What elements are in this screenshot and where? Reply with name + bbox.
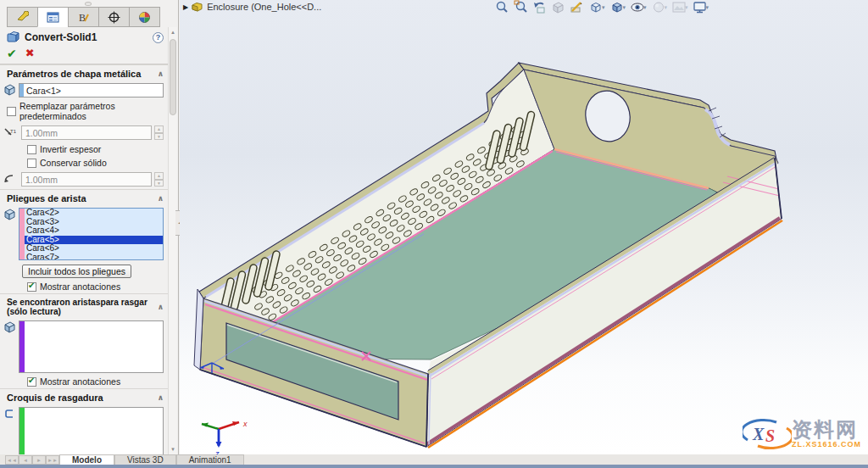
watermark-title: 资料网 — [792, 420, 861, 441]
keep-body-checkbox-row[interactable]: Conservar sólido — [20, 156, 169, 170]
graphics-area[interactable]: ▶ Enclosure (One_Hole<<D... ▾ ▾ ▾ — [180, 0, 868, 455]
bend-face-item[interactable]: Cara<2> — [25, 209, 163, 218]
status-bar — [0, 465, 868, 468]
bend-face-item[interactable]: Cara<6> — [25, 244, 163, 254]
panel-splitter-grip[interactable] — [85, 2, 92, 6]
chevron-up-icon: ∧ — [158, 70, 164, 78]
wrench-icon — [16, 11, 29, 24]
tab-configurationmanager[interactable]: B — [68, 7, 99, 27]
watermark: X S 资料网 ZL.XS1616.COM — [743, 416, 861, 452]
first-tab-icon[interactable]: ◄◄ — [5, 455, 19, 465]
replace-defaults-checkbox-row[interactable]: Reemplazar parámetros predeterminados — [0, 99, 169, 123]
rip-edges-items — [25, 321, 163, 372]
target-icon — [108, 11, 120, 24]
help-icon[interactable]: ? — [153, 32, 164, 43]
watermark-url: ZL.XS1616.COM — [792, 441, 861, 448]
property-manager-panel: B Convert-Solid1 ? ✔ ✖ Parámetros de — [0, 0, 179, 455]
tab-displaymanager[interactable] — [129, 7, 160, 27]
document-tab-bar: ◄◄ ◄ ► ►► Modelo Vistas 3D Animation1 — [0, 454, 868, 465]
group-sheet-metal-header[interactable]: Parámetros de chapa metálica ∧ — [0, 64, 169, 81]
rip-sketches-list[interactable] — [19, 407, 164, 460]
group-rip-edges-header[interactable]: Se encontraron aristaspara rasgar (sólo … — [0, 293, 169, 319]
display-sphere-icon — [138, 11, 151, 24]
property-list-icon — [47, 11, 59, 24]
thickness-input[interactable]: 1.00mm — [21, 125, 152, 140]
property-manager-body: Convert-Solid1 ? ✔ ✖ Parámetros de chapa… — [0, 27, 169, 455]
tab-dimxpertmanager[interactable] — [98, 7, 130, 27]
svg-text:S: S — [765, 426, 775, 445]
show-annotations-checkbox-row[interactable]: Mostrar anotaciones — [20, 280, 169, 293]
chevron-up-icon: ∧ — [158, 194, 164, 203]
tab-vistas-3d[interactable]: Vistas 3D — [114, 454, 176, 465]
edge-cube-icon — [3, 208, 19, 222]
cancel-button[interactable]: ✖ — [25, 47, 35, 60]
edge-bends-items: Cara<2>Cara<3>Cara<4>Cara<5>Cara<6>Cara<… — [25, 209, 163, 259]
configuration-icon: B — [77, 11, 90, 24]
scroll-down-icon[interactable]: ▾ — [169, 446, 177, 453]
ok-button[interactable]: ✔ — [7, 47, 17, 60]
tab-propertymanager-tools[interactable] — [7, 7, 38, 27]
face-cube-icon — [3, 83, 19, 98]
collect-all-bends-button[interactable]: Incluir todos los pliegues — [22, 265, 131, 278]
rip-sketches-items — [25, 408, 163, 459]
bend-face-item[interactable]: Cara<7> — [25, 254, 163, 261]
tab-nav-buttons: ◄◄ ◄ ► ►► — [5, 455, 59, 465]
edge-bends-list[interactable]: Cara<2>Cara<3>Cara<4>Cara<5>Cara<6>Cara<… — [19, 208, 164, 260]
svg-text:X: X — [752, 425, 765, 443]
triad-x-label: x — [242, 420, 248, 428]
next-tab-icon[interactable]: ► — [32, 455, 46, 465]
chevron-up-icon: ∧ — [158, 303, 164, 311]
rip-edges-list[interactable] — [19, 320, 164, 373]
tab-propertymanager[interactable] — [37, 7, 69, 27]
prev-tab-icon[interactable]: ◄ — [19, 455, 32, 465]
thickness-icon: T1 — [3, 125, 19, 140]
watermark-logo: X S — [743, 416, 792, 452]
rip-sketch-icon — [3, 407, 19, 421]
feature-icon — [7, 31, 20, 43]
bend-face-item[interactable]: Cara<4> — [25, 226, 163, 236]
last-tab-icon[interactable]: ►► — [46, 455, 59, 465]
group-edge-bends-header[interactable]: Pliegues de arista ∧ — [0, 189, 169, 206]
checkbox-checked[interactable] — [27, 282, 36, 292]
thickness-stepper[interactable]: ▲▼ — [154, 125, 164, 140]
svg-text:T1: T1 — [10, 129, 16, 134]
scroll-up-icon[interactable]: ▴ — [169, 29, 177, 36]
chevron-up-icon: ∧ — [158, 393, 164, 402]
tab-modelo[interactable]: Modelo — [59, 454, 114, 465]
invert-thickness-checkbox-row[interactable]: Invertir espesor — [20, 142, 169, 156]
scrollbar-thumb[interactable] — [170, 39, 176, 115]
checkbox-unchecked[interactable] — [27, 159, 36, 168]
rip-edge-cube-icon — [3, 320, 19, 335]
checkbox-unchecked[interactable] — [7, 107, 16, 116]
manager-tab-strip: B — [7, 7, 159, 27]
panel-scrollbar[interactable]: ▴ ▾ — [168, 27, 177, 454]
group-rip-sketches-header[interactable]: Croquis de rasgadura ∧ — [0, 388, 169, 405]
show-annotations-checkbox-row[interactable]: Mostrar anotaciones — [20, 375, 169, 388]
fixed-face-selection[interactable]: Cara<1> — [19, 83, 164, 98]
svg-text:B: B — [79, 12, 86, 24]
feature-title: Convert-Solid1 — [25, 31, 97, 43]
model-canvas[interactable] — [180, 0, 868, 455]
tab-animation1[interactable]: Animation1 — [176, 454, 244, 465]
checkbox-checked[interactable] — [27, 377, 36, 387]
reference-triad: x z — [195, 414, 254, 458]
bend-radius-icon — [3, 172, 19, 187]
solidworks-window: B Convert-Solid1 ? ✔ ✖ Parámetros de — [0, 0, 868, 468]
bend-radius-stepper[interactable]: ▲▼ — [154, 172, 164, 187]
bend-radius-input[interactable]: 1.00mm — [21, 172, 152, 187]
checkbox-unchecked[interactable] — [27, 145, 36, 154]
